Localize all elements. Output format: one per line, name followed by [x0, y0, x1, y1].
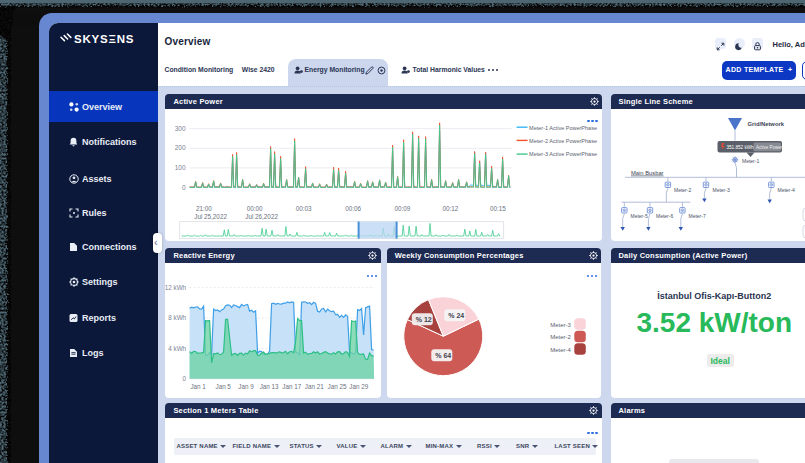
svg-text:Meter-2: Meter-2 — [674, 187, 691, 193]
svg-text:00:06: 00:06 — [346, 205, 362, 212]
svg-text:Jan 25: Jan 25 — [328, 383, 347, 390]
svg-text:Jan 13: Jan 13 — [260, 383, 279, 390]
svg-text:351.852 kWh: 351.852 kWh — [726, 145, 754, 150]
svg-text:Grid/Network: Grid/Network — [747, 121, 784, 127]
svg-text:Meter-3 Active PowerPhase: Meter-3 Active PowerPhase — [529, 152, 597, 158]
svg-text:% 12: % 12 — [415, 316, 431, 323]
svg-text:Meter-6: Meter-6 — [656, 213, 673, 219]
svg-text:Meter-3: Meter-3 — [550, 322, 571, 328]
svg-text:Meter-7: Meter-7 — [688, 213, 705, 219]
svg-text:00:03: 00:03 — [296, 205, 312, 212]
svg-text:00:12: 00:12 — [443, 205, 459, 212]
svg-text:Main Busbar: Main Busbar — [631, 170, 664, 176]
svg-text:0: 0 — [183, 375, 187, 382]
svg-text:Jan 17: Jan 17 — [283, 383, 302, 390]
svg-text:Meter-2 Active PowerPhase: Meter-2 Active PowerPhase — [529, 138, 597, 144]
svg-text:Meter-3: Meter-3 — [712, 187, 729, 193]
svg-text:4 kWh: 4 kWh — [169, 345, 187, 352]
svg-text:Meter-2: Meter-2 — [550, 334, 571, 340]
svg-text:0: 0 — [182, 184, 186, 191]
svg-text:% 64: % 64 — [435, 352, 451, 359]
svg-text:200: 200 — [175, 145, 186, 152]
svg-text:% 24: % 24 — [448, 312, 464, 319]
svg-text:Jul 25,2022: Jul 25,2022 — [195, 213, 228, 220]
svg-text:Meter-1 Active PowerPhase: Meter-1 Active PowerPhase — [529, 125, 597, 131]
svg-text:00:15: 00:15 — [491, 205, 507, 212]
svg-text:Jan 5: Jan 5 — [216, 383, 232, 390]
svg-text:Meter-4: Meter-4 — [777, 187, 794, 193]
svg-text:Meter-4: Meter-4 — [550, 347, 571, 353]
svg-text:12 kWh: 12 kWh — [165, 284, 187, 291]
svg-text:Meter-5: Meter-5 — [630, 213, 647, 219]
svg-text:Jan 29: Jan 29 — [350, 383, 369, 390]
svg-text:Jan 21: Jan 21 — [305, 383, 324, 390]
svg-text:Jan 9: Jan 9 — [239, 383, 255, 390]
svg-text:300: 300 — [175, 125, 186, 132]
svg-text:100: 100 — [175, 164, 186, 171]
svg-text:Meter-1: Meter-1 — [742, 158, 759, 164]
svg-text:Jul 26,2022: Jul 26,2022 — [246, 213, 279, 220]
svg-text:Jan 1: Jan 1 — [191, 383, 207, 390]
svg-text:Active Power: Active Power — [756, 145, 783, 150]
svg-text:00:09: 00:09 — [395, 205, 411, 212]
svg-text:00:00: 00:00 — [247, 205, 263, 212]
svg-text:8 kWh: 8 kWh — [169, 315, 187, 322]
svg-text:21:00: 21:00 — [197, 205, 213, 212]
